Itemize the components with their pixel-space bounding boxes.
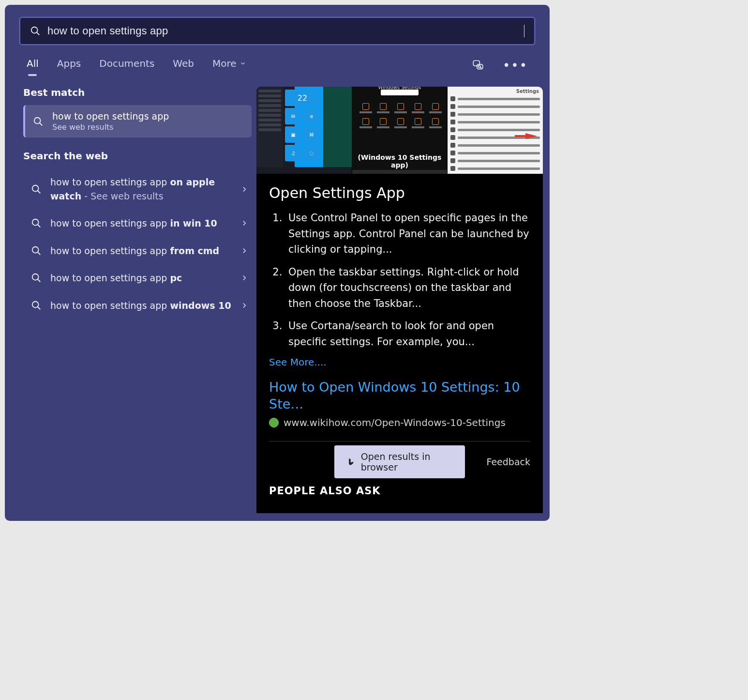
- more-options-icon[interactable]: •••: [503, 59, 528, 72]
- preview-thumbnails: 22✉e▣⌘♫◌ Windows Settings (Windows 10 Se…: [256, 87, 543, 174]
- chevron-right-icon: [240, 185, 249, 194]
- thumbnail-windows-settings: Windows Settings (Windows 10 Settings ap…: [352, 87, 448, 174]
- divider: [269, 441, 530, 441]
- preview-step: Open the taskbar settings. Right-click o…: [285, 264, 530, 312]
- web-suggestion-text: how to open settings app in win 10: [50, 216, 232, 230]
- filter-tab-all[interactable]: All: [27, 58, 39, 73]
- preview-step: Use Cortana/search to look for and open …: [285, 318, 530, 350]
- search-icon: [30, 245, 43, 256]
- svg-line-11: [38, 225, 41, 228]
- search-the-web-header: Search the web: [23, 150, 252, 162]
- best-match-header: Best match: [23, 87, 252, 98]
- people-also-ask-header: PEOPLE ALSO ASK: [269, 485, 530, 497]
- thumbnail-ios-title: Settings: [516, 89, 539, 94]
- chevron-right-icon: [240, 274, 249, 282]
- best-match-subtitle: See web results: [52, 122, 169, 132]
- search-input[interactable]: [47, 25, 525, 37]
- search-box-container: [19, 17, 535, 45]
- web-suggestion-item[interactable]: how to open settings app pc: [23, 264, 252, 292]
- see-more-link[interactable]: See More....: [269, 356, 530, 368]
- svg-line-7: [40, 122, 43, 125]
- filter-tab-documents[interactable]: Documents: [99, 58, 154, 73]
- filter-tabs-row: All Apps Documents Web More •••: [27, 58, 528, 73]
- chevron-right-icon: [240, 219, 249, 228]
- results-list: Best match how to open settings app See …: [5, 87, 256, 513]
- chat-search-icon[interactable]: [472, 59, 484, 72]
- svg-point-4: [479, 66, 480, 68]
- wikihow-favicon: [269, 418, 279, 427]
- best-match-title: how to open settings app: [52, 111, 169, 122]
- svg-point-0: [31, 27, 38, 33]
- bing-icon: [347, 456, 355, 468]
- preview-panel: 22✉e▣⌘♫◌ Windows Settings (Windows 10 Se…: [256, 87, 543, 513]
- svg-line-15: [38, 279, 41, 282]
- source-url: www.wikihow.com/Open-Windows-10-Settings: [284, 417, 506, 428]
- best-match-item[interactable]: how to open settings app See web results: [23, 105, 252, 137]
- svg-line-17: [38, 307, 41, 310]
- search-box[interactable]: [19, 17, 535, 45]
- web-suggestion-item[interactable]: how to open settings app in win 10: [23, 210, 252, 237]
- svg-line-5: [480, 67, 481, 68]
- chevron-right-icon: [240, 301, 249, 310]
- preview-title: Open Settings App: [269, 184, 530, 201]
- search-icon: [30, 300, 43, 311]
- web-suggestion-item[interactable]: how to open settings app on apple watch …: [23, 168, 252, 210]
- web-suggestion-item[interactable]: how to open settings app windows 10: [23, 292, 252, 320]
- web-suggestion-text: how to open settings app windows 10: [50, 299, 232, 313]
- search-icon: [30, 273, 43, 283]
- web-suggestions-list: how to open settings app on apple watch …: [23, 168, 252, 319]
- filter-tab-apps[interactable]: Apps: [57, 58, 81, 73]
- svg-rect-2: [473, 61, 479, 66]
- thumbnail-caption: (Windows 10 Settings app): [352, 153, 448, 169]
- chevron-right-icon: [240, 246, 249, 255]
- filter-more-label: More: [212, 58, 237, 69]
- arrow-icon: [525, 133, 537, 139]
- open-in-browser-label: Open results in browser: [361, 451, 452, 472]
- filter-tab-more[interactable]: More: [212, 58, 246, 73]
- web-suggestion-text: how to open settings app from cmd: [50, 244, 232, 258]
- svg-line-1: [37, 32, 40, 35]
- search-icon: [30, 218, 43, 228]
- svg-point-10: [32, 219, 39, 226]
- svg-point-8: [32, 185, 39, 191]
- search-icon: [32, 116, 45, 127]
- thumbnail-start-menu: 22✉e▣⌘♫◌: [256, 87, 352, 174]
- source-title-link[interactable]: How to Open Windows 10 Settings: 10 Ste…: [269, 379, 530, 412]
- svg-point-16: [32, 302, 39, 308]
- preview-steps-list: Use Control Panel to open specific pages…: [269, 210, 530, 350]
- svg-point-6: [34, 117, 41, 123]
- preview-step: Use Control Panel to open specific pages…: [285, 210, 530, 258]
- web-suggestion-text: how to open settings app pc: [50, 271, 232, 285]
- thumbnail-ios-settings: Settings: [447, 87, 543, 174]
- text-cursor: [524, 25, 524, 37]
- svg-point-14: [32, 274, 39, 280]
- feedback-link[interactable]: Feedback: [487, 457, 530, 467]
- web-suggestion-item[interactable]: how to open settings app from cmd: [23, 237, 252, 265]
- web-suggestion-text: how to open settings app on apple watch …: [50, 175, 232, 203]
- filter-tab-web[interactable]: Web: [173, 58, 194, 73]
- chevron-down-icon: [239, 60, 246, 67]
- svg-line-9: [38, 190, 41, 193]
- svg-line-13: [38, 252, 41, 255]
- search-window: All Apps Documents Web More ••• Best mat…: [5, 5, 550, 521]
- search-icon: [30, 26, 41, 36]
- search-icon: [30, 184, 43, 195]
- open-in-browser-button[interactable]: Open results in browser: [334, 445, 465, 478]
- svg-point-12: [32, 247, 39, 253]
